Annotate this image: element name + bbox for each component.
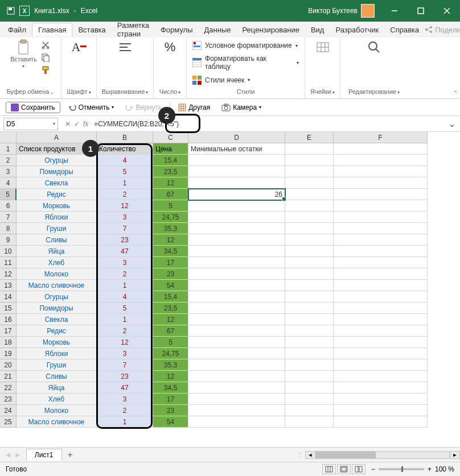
number-group[interactable]: % (163, 40, 178, 55)
cell-a23[interactable]: Хлеб (17, 394, 97, 405)
cell-c2[interactable]: 15,4 (153, 155, 188, 166)
cell-c19[interactable]: 24,75 (153, 348, 188, 359)
cell-b4[interactable]: 1 (97, 177, 153, 189)
cell-d12[interactable] (188, 268, 285, 280)
cell-a13[interactable]: Масло сливочное (17, 280, 97, 291)
row-header[interactable]: 11 (0, 257, 17, 268)
cell-c21[interactable]: 12 (153, 371, 188, 382)
copy-button[interactable] (40, 52, 51, 63)
paste-button[interactable]: Вставить ▾ (10, 40, 37, 69)
cell-f24[interactable] (334, 405, 428, 416)
row-header[interactable]: 5 (0, 189, 17, 200)
minimize-button[interactable] (381, 0, 408, 22)
row-header[interactable]: 1 (0, 143, 17, 155)
cell-e5[interactable] (285, 189, 334, 200)
cell-a3[interactable]: Помидоры (17, 166, 97, 177)
col-header-D[interactable]: D (188, 132, 285, 143)
cell-e2[interactable] (285, 155, 334, 166)
cell-b20[interactable]: 7 (97, 359, 153, 371)
tab-data[interactable]: Данные (199, 23, 237, 36)
row-header[interactable]: 12 (0, 268, 17, 280)
cell-b13[interactable]: 1 (97, 280, 153, 291)
cell-c6[interactable]: 5 (153, 200, 188, 212)
cell-d1[interactable]: Минимальные остатки (188, 143, 285, 155)
cell-d16[interactable] (188, 314, 285, 325)
cell-d24[interactable] (188, 405, 285, 416)
tab-review[interactable]: Рецензирование (237, 23, 305, 36)
cell-d10[interactable] (188, 246, 285, 257)
cell-c22[interactable]: 34,5 (153, 382, 188, 394)
zoom-slider[interactable] (379, 468, 424, 470)
cell-d25[interactable] (188, 416, 285, 428)
row-header[interactable]: 18 (0, 337, 17, 348)
cell-b22[interactable]: 47 (97, 382, 153, 394)
cell-d18[interactable] (188, 337, 285, 348)
cell-a14[interactable]: Огурцы (17, 291, 97, 303)
cell-a9[interactable]: Сливы (17, 234, 97, 246)
cell-e13[interactable] (285, 280, 334, 291)
cell-f14[interactable] (334, 291, 428, 303)
editing-group[interactable] (367, 40, 381, 55)
sheet-nav-first[interactable]: ◄ (5, 450, 12, 459)
cell-e16[interactable] (285, 314, 334, 325)
cell-e4[interactable] (285, 177, 334, 189)
cell-f9[interactable] (334, 234, 428, 246)
cell-a20[interactable]: Груши (17, 359, 97, 371)
cell-e15[interactable] (285, 303, 334, 314)
cell-d13[interactable] (188, 280, 285, 291)
row-header[interactable]: 25 (0, 416, 17, 428)
cell-b24[interactable]: 2 (97, 405, 153, 416)
col-header-B[interactable]: B (97, 132, 153, 143)
cell-d11[interactable] (188, 257, 285, 268)
cell-c13[interactable]: 54 (153, 280, 188, 291)
cell-b6[interactable]: 12 (97, 200, 153, 212)
cell-e24[interactable] (285, 405, 334, 416)
row-header[interactable]: 7 (0, 212, 17, 223)
cell-d15[interactable] (188, 303, 285, 314)
cell-c7[interactable]: 24,75 (153, 212, 188, 223)
sheet-tab[interactable]: Лист1 (26, 449, 62, 461)
scroll-right[interactable]: ► (450, 451, 460, 459)
row-header[interactable]: 2 (0, 155, 17, 166)
cell-e22[interactable] (285, 382, 334, 394)
cell-a8[interactable]: Груши (17, 223, 97, 234)
cell-a12[interactable]: Молоко (17, 268, 97, 280)
cell-a16[interactable]: Свекла (17, 314, 97, 325)
row-header[interactable]: 4 (0, 177, 17, 189)
normal-view[interactable] (322, 464, 336, 474)
row-header[interactable]: 10 (0, 246, 17, 257)
expand-formula-bar[interactable]: ⌄ (443, 118, 460, 129)
cell-styles[interactable]: Стили ячеек▾ (192, 74, 250, 86)
cell-f19[interactable] (334, 348, 428, 359)
save-button[interactable]: Сохранить (6, 102, 60, 113)
cell-f16[interactable] (334, 314, 428, 325)
enter-icon[interactable]: ✓ (74, 120, 80, 128)
cell-f13[interactable] (334, 280, 428, 291)
cell-f3[interactable] (334, 166, 428, 177)
cell-e14[interactable] (285, 291, 334, 303)
cell-b10[interactable]: 47 (97, 246, 153, 257)
cell-d4[interactable] (188, 177, 285, 189)
cell-c5[interactable]: 67 (153, 189, 188, 200)
cell-c8[interactable]: 35,3 (153, 223, 188, 234)
cell-f7[interactable] (334, 212, 428, 223)
col-header-F[interactable]: F (334, 132, 428, 143)
cell-c23[interactable]: 17 (153, 394, 188, 405)
cell-e17[interactable] (285, 325, 334, 337)
cell-f23[interactable] (334, 394, 428, 405)
conditional-formatting[interactable]: Условное форматирование▾ (192, 40, 298, 51)
font-group[interactable]: A (72, 40, 87, 55)
alignment-group[interactable] (118, 40, 133, 55)
cell-f6[interactable] (334, 200, 428, 212)
cell-e7[interactable] (285, 212, 334, 223)
cell-d17[interactable] (188, 325, 285, 337)
row-header[interactable]: 3 (0, 166, 17, 177)
user-account[interactable]: Виктор Бухтеев (308, 4, 375, 18)
cell-c25[interactable]: 54 (153, 416, 188, 428)
cell-d14[interactable] (188, 291, 285, 303)
cell-b7[interactable]: 3 (97, 212, 153, 223)
row-header[interactable]: 21 (0, 371, 17, 382)
other-button[interactable]: Другая (175, 102, 213, 113)
cell-e10[interactable] (285, 246, 334, 257)
cell-b25[interactable]: 1 (97, 416, 153, 428)
